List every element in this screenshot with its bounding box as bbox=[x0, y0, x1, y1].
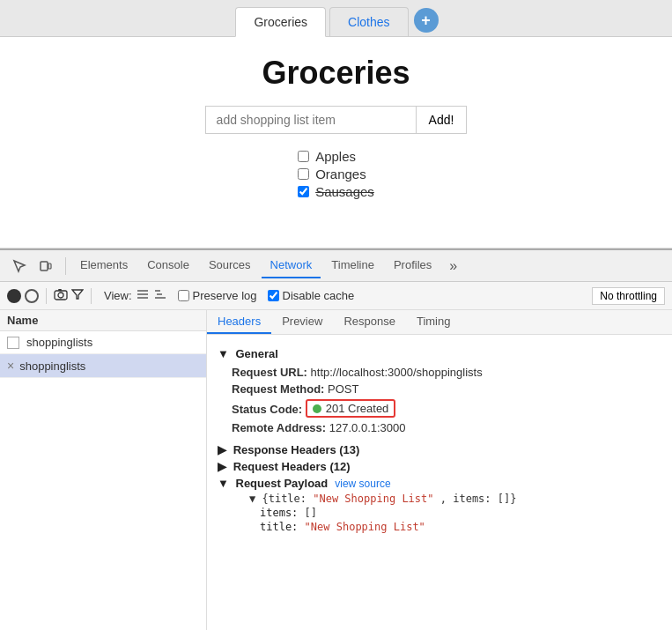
svg-rect-4 bbox=[58, 289, 62, 291]
add-item-input[interactable] bbox=[205, 106, 417, 134]
screenshot-button[interactable] bbox=[54, 288, 68, 303]
general-arrow-icon bbox=[218, 347, 229, 360]
add-item-button[interactable]: Add! bbox=[417, 106, 468, 134]
devtools-more-tabs[interactable]: » bbox=[442, 255, 464, 278]
checklist: Apples Oranges Sausages bbox=[298, 146, 374, 202]
request-url-row: Request URL: http://localhost:3000/shopp… bbox=[218, 364, 661, 381]
preserve-log-checkbox[interactable] bbox=[178, 290, 189, 301]
devtools-tab-network[interactable]: Network bbox=[262, 253, 321, 278]
preserve-log-group: Preserve log bbox=[178, 289, 257, 302]
detail-tab-headers[interactable]: Headers bbox=[207, 310, 271, 334]
devtools-toolbar: View: Preserve log Disable cache No thro… bbox=[0, 282, 672, 310]
status-code-row: Status Code: 201 Created bbox=[218, 397, 661, 419]
request-method-row: Request Method: POST bbox=[218, 381, 661, 397]
tree-view-button[interactable] bbox=[153, 288, 167, 303]
list-view-button[interactable] bbox=[136, 288, 150, 303]
devtools-nav: Elements Console Sources Network Timelin… bbox=[0, 250, 672, 282]
tab-groceries[interactable]: Groceries bbox=[235, 7, 326, 37]
payload-tree: ▼ {title: "New Shopping List" , items: [… bbox=[218, 492, 661, 534]
svg-marker-5 bbox=[72, 290, 83, 299]
no-throttle-button[interactable]: No throttling bbox=[592, 287, 665, 305]
detail-tab-timing[interactable]: Timing bbox=[406, 310, 462, 334]
devtools-panel: Elements Console Sources Network Timelin… bbox=[0, 248, 672, 630]
remote-address-row: Remote Address: 127.0.0.1:3000 bbox=[218, 419, 661, 436]
status-green-dot bbox=[313, 404, 321, 413]
request-headers-section[interactable]: Request Headers (12) bbox=[218, 460, 661, 473]
payload-row-2: items: [] bbox=[232, 506, 661, 520]
status-code-badge: 201 Created bbox=[306, 399, 396, 418]
view-label: View: bbox=[104, 289, 132, 302]
list-item-sausages[interactable]: Sausages bbox=[298, 184, 374, 199]
payload-row-3: title: "New Shopping List" bbox=[232, 520, 661, 534]
payload-row-1: ▼ {title: "New Shopping List" , items: [… bbox=[232, 492, 661, 506]
browser-tab-bar: Groceries Clothes + bbox=[0, 0, 672, 37]
main-content: Groceries Add! Apples Oranges Sausages bbox=[0, 37, 672, 248]
disable-cache-label: Disable cache bbox=[283, 289, 355, 302]
network-list-item-selected[interactable]: × shoppinglists bbox=[0, 354, 206, 378]
add-tab-button[interactable]: + bbox=[414, 8, 439, 33]
response-headers-section[interactable]: Response Headers (13) bbox=[218, 443, 661, 456]
request-headers-arrow-icon bbox=[218, 460, 226, 473]
device-icon[interactable] bbox=[33, 254, 58, 278]
tab-clothes[interactable]: Clothes bbox=[329, 7, 408, 36]
inspect-icon[interactable] bbox=[7, 254, 32, 278]
disable-cache-checkbox[interactable] bbox=[268, 290, 279, 301]
svg-rect-1 bbox=[48, 263, 51, 269]
request-payload-arrow-icon bbox=[218, 477, 229, 490]
network-detail-panel: Headers Preview Response Timing General bbox=[207, 310, 672, 630]
checkbox-sausages[interactable] bbox=[298, 186, 309, 197]
page-title: Groceries bbox=[0, 55, 672, 92]
network-list-item[interactable]: shoppinglists bbox=[0, 331, 206, 354]
svg-rect-0 bbox=[41, 262, 48, 271]
view-source-link[interactable]: view source bbox=[335, 478, 390, 490]
record-button[interactable] bbox=[7, 289, 21, 303]
devtools-tab-console[interactable]: Console bbox=[138, 253, 198, 278]
request-payload-section[interactable]: Request Payload bbox=[218, 477, 328, 490]
network-list-header: Name bbox=[0, 310, 206, 331]
detail-tabs: Headers Preview Response Timing bbox=[207, 310, 672, 335]
detail-tab-response[interactable]: Response bbox=[333, 310, 406, 334]
item-checkbox bbox=[7, 337, 19, 349]
list-item-oranges[interactable]: Oranges bbox=[298, 167, 374, 182]
devtools-tab-sources[interactable]: Sources bbox=[200, 253, 260, 278]
network-list-panel: Name shoppinglists × shoppinglists bbox=[0, 310, 207, 630]
svg-point-3 bbox=[58, 293, 63, 298]
disable-cache-group: Disable cache bbox=[268, 289, 355, 302]
devtools-tab-elements[interactable]: Elements bbox=[71, 253, 137, 278]
clear-button[interactable] bbox=[25, 289, 39, 303]
devtools-main-panel: Name shoppinglists × shoppinglists Heade… bbox=[0, 310, 672, 630]
devtools-tab-timeline[interactable]: Timeline bbox=[322, 253, 383, 278]
detail-tab-preview[interactable]: Preview bbox=[271, 310, 333, 334]
preserve-log-label: Preserve log bbox=[193, 289, 257, 302]
response-headers-arrow-icon bbox=[218, 443, 226, 456]
checkbox-apples[interactable] bbox=[298, 151, 309, 162]
list-item-apples[interactable]: Apples bbox=[298, 149, 374, 164]
general-section-header[interactable]: General bbox=[218, 347, 661, 360]
filter-button[interactable] bbox=[71, 288, 84, 303]
add-form: Add! bbox=[0, 106, 672, 134]
devtools-tab-profiles[interactable]: Profiles bbox=[385, 253, 440, 278]
detail-body: General Request URL: http://localhost:30… bbox=[207, 335, 672, 541]
checkbox-oranges[interactable] bbox=[298, 168, 309, 180]
close-icon[interactable]: × bbox=[7, 359, 14, 373]
